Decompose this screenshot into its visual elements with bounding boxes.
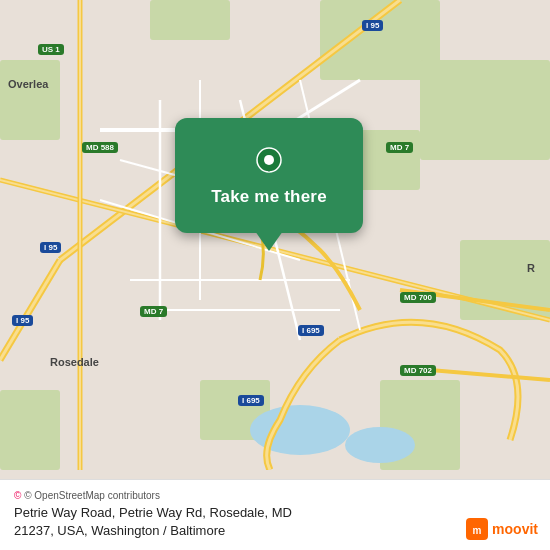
callout-label[interactable]: Take me there: [211, 187, 327, 207]
svg-text:m: m: [473, 525, 482, 536]
shield-md588: MD 588: [82, 142, 118, 152]
shield-i95-left2: I 95: [12, 315, 33, 325]
location-pin-icon: [251, 145, 287, 181]
shield-i95-top: I 95: [362, 20, 383, 30]
shield-md700: MD 700: [400, 292, 436, 302]
label-overlea: Overlea: [8, 78, 48, 90]
callout-box[interactable]: Take me there: [175, 118, 363, 233]
svg-rect-3: [0, 60, 60, 140]
shield-us1: US 1: [38, 44, 64, 54]
svg-rect-4: [150, 0, 230, 40]
address-text: Petrie Way Road, Petrie Way Rd, Rosedale…: [14, 504, 536, 540]
shield-md702: MD 702: [400, 365, 436, 375]
shield-i695-right: I 695: [298, 325, 324, 335]
shield-i695-bot: I 695: [238, 395, 264, 405]
map-container: R US 1 I 95 MD 588 MD 7 I 95 I 95 MD 7 I…: [0, 0, 550, 550]
moovit-icon: m: [466, 518, 488, 540]
label-rosedale: Rosedale: [50, 356, 99, 368]
svg-point-35: [264, 155, 274, 165]
svg-point-10: [345, 427, 415, 463]
osm-credit: © © OpenStreetMap contributors: [14, 490, 536, 501]
svg-rect-1: [420, 60, 550, 160]
moovit-logo: m moovit: [466, 518, 538, 540]
moovit-text: moovit: [492, 521, 538, 537]
shield-i95-left: I 95: [40, 242, 61, 252]
info-bar: © © OpenStreetMap contributors Petrie Wa…: [0, 479, 550, 550]
shield-md7-mid: MD 7: [140, 306, 167, 316]
svg-text:R: R: [527, 262, 535, 274]
svg-line-22: [430, 370, 550, 380]
svg-rect-7: [0, 390, 60, 470]
svg-line-14: [0, 260, 60, 360]
shield-md7-top: MD 7: [386, 142, 413, 152]
